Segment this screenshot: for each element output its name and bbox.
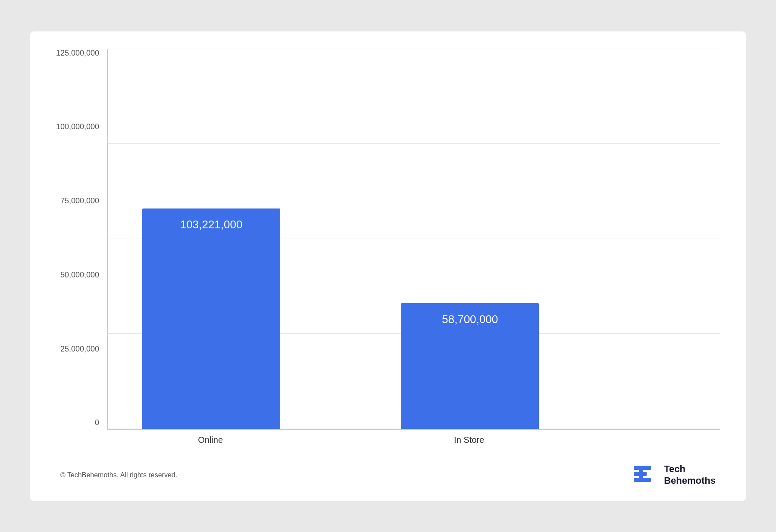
y-label-0: 0: [95, 418, 99, 427]
main-card: 125,000,000 100,000,000 75,000,000 50,00…: [30, 31, 746, 501]
svg-rect-3: [639, 466, 643, 482]
x-label-online: Online: [141, 435, 279, 445]
brand: Tech Behemoths: [632, 462, 716, 488]
brand-logo-icon: [632, 462, 658, 488]
brand-name-text: Tech Behemoths: [664, 464, 716, 486]
bar-instore: 58,700,000: [401, 303, 539, 429]
y-label-100m: 100,000,000: [56, 122, 99, 131]
grid-line-100m: [108, 143, 720, 144]
y-label-25m: 25,000,000: [60, 345, 99, 354]
y-label-75m: 75,000,000: [60, 196, 99, 205]
footer: © TechBehemoths. All rights reserved. Te…: [56, 462, 720, 488]
bar-instore-value: 58,700,000: [442, 313, 498, 326]
y-label-50m: 50,000,000: [60, 271, 99, 280]
chart-body: 103,221,000 58,700,000 Online In Store: [107, 49, 720, 445]
bar-group-instore: 58,700,000: [401, 303, 539, 429]
y-axis: 125,000,000 100,000,000 75,000,000 50,00…: [56, 49, 107, 445]
bar-online: 103,221,000: [142, 208, 280, 429]
copyright-text: © TechBehemoths. All rights reserved.: [60, 471, 177, 479]
bars-container: 103,221,000 58,700,000: [107, 49, 720, 430]
bar-online-value: 103,221,000: [180, 218, 243, 231]
x-label-instore: In Store: [400, 435, 538, 445]
x-labels: Online In Store: [107, 430, 720, 445]
chart-area: 125,000,000 100,000,000 75,000,000 50,00…: [56, 49, 720, 445]
bar-group-online: 103,221,000: [142, 208, 280, 429]
grid-line-top: [108, 49, 720, 49]
y-label-125m: 125,000,000: [56, 49, 99, 58]
